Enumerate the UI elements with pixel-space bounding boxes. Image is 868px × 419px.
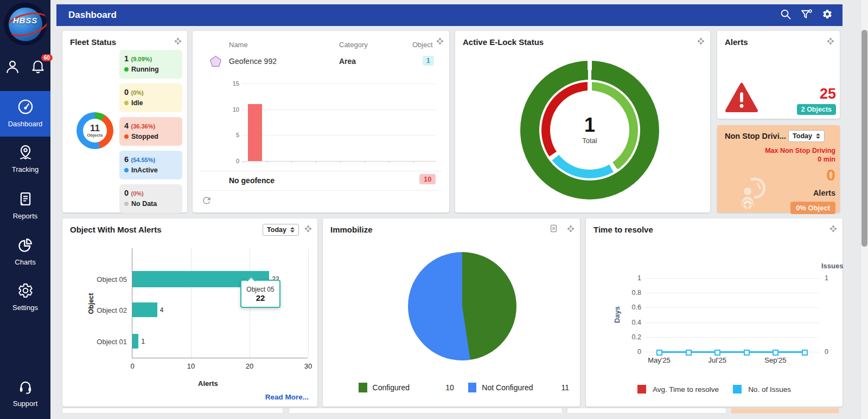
x-tick-label: Sep'25: [764, 356, 786, 364]
y-tick-label: 1: [637, 274, 641, 282]
read-more-link[interactable]: Read More...: [265, 393, 309, 401]
x-tick-label: 20: [246, 362, 253, 370]
document-icon: [17, 199, 34, 209]
notifications-bell-icon[interactable]: 60: [30, 59, 46, 76]
legend-value: 10: [427, 383, 454, 392]
status-count: 6: [124, 155, 129, 164]
period-select[interactable]: Today: [263, 224, 299, 236]
bar-object-01: [132, 334, 138, 349]
status-count: 0: [124, 88, 129, 96]
card-title: Immobilize: [330, 225, 373, 234]
status-tile-nodata: 0 (0%) No Data: [119, 184, 182, 213]
move-icon[interactable]: [174, 37, 182, 45]
sidebar-item-settings[interactable]: Settings: [0, 282, 50, 312]
fleet-status-card: Fleet Status 11 Objects 1 (9.09%) Runnin…: [62, 31, 187, 212]
move-icon[interactable]: [436, 37, 444, 45]
period-value: Today: [267, 226, 286, 234]
category-label: Object 05: [97, 275, 127, 283]
status-dot: [124, 101, 129, 105]
sidebar-item-support[interactable]: Support: [0, 378, 50, 408]
move-icon[interactable]: [827, 37, 834, 45]
legend-label: No. of Issues: [748, 385, 791, 394]
status-count: 1: [124, 54, 129, 63]
move-icon[interactable]: [829, 225, 837, 233]
logo-text: HBSS: [4, 16, 47, 25]
period-select[interactable]: Today: [788, 130, 825, 142]
line-marker: [656, 350, 662, 356]
sidebar-item-charts[interactable]: Charts: [0, 237, 50, 266]
note-icon[interactable]: [549, 224, 558, 235]
line-legend: Avg. Time to resolve No. of Issues: [586, 385, 843, 394]
legend-swatch-avg-time: [637, 385, 646, 394]
next-row-card-peek: [567, 408, 726, 413]
line-marker: [686, 350, 692, 356]
hbss-logo: HBSS: [4, 3, 47, 46]
sidebar-item-label: Support: [0, 399, 50, 408]
tooltip-value: 22: [256, 293, 265, 302]
y-tick-label: 0.4: [632, 319, 641, 326]
nonstop-alerts-label: Alerts: [765, 189, 835, 197]
y-tick-label: 10: [227, 106, 239, 113]
x-tick-label: 10: [187, 362, 195, 370]
geofence-name[interactable]: Geofence 992: [229, 57, 277, 66]
next-row-card-peek: [62, 408, 283, 413]
fleet-total-value: 11: [90, 124, 100, 133]
sidebar-item-label: Reports: [0, 212, 50, 220]
geofence-category: Area: [339, 57, 356, 66]
y-tick-label: 0.8: [632, 289, 641, 296]
chart-tooltip: Object 05 22: [240, 280, 280, 308]
x-tick-label: 0: [130, 362, 134, 370]
y-tick-label: 0: [227, 158, 239, 164]
tooltip-label: Object 05: [246, 286, 274, 293]
sidebar-item-tracking[interactable]: Tracking: [0, 144, 50, 173]
search-icon[interactable]: [780, 9, 792, 22]
move-icon[interactable]: [567, 225, 575, 235]
fleet-donut-chart: 11 Objects: [76, 112, 113, 149]
card-title: Object With Most Alerts: [70, 225, 162, 234]
legend-swatch-issues: [733, 385, 742, 394]
notification-count-badge: 60: [41, 54, 53, 61]
select-arrows-icon: [290, 227, 295, 233]
fleet-status-tiles: 1 (9.09%) Running 0 (0%) Idle 4 (36.36%)…: [119, 50, 182, 218]
headset-icon: [17, 387, 34, 396]
sidebar-item-label: Tracking: [0, 165, 50, 173]
left-axis-label: Days: [613, 306, 621, 323]
card-title: Time to resolve: [593, 225, 653, 234]
x-axis-ticks: [242, 161, 436, 163]
y-tick-label: 5: [227, 132, 239, 138]
move-icon[interactable]: [697, 37, 705, 45]
y-tick-label: 0.2: [632, 333, 641, 341]
period-value: Today: [793, 132, 812, 140]
scrollbar-thumb[interactable]: [861, 30, 867, 247]
x-tick-label: Jul'25: [708, 356, 726, 364]
gauge-icon: [17, 107, 34, 117]
fleet-total-label: Objects: [87, 133, 103, 138]
scrollbar-track[interactable]: [860, 0, 868, 419]
driver-time-icon: [740, 175, 768, 213]
alerts-count: 25: [820, 87, 836, 101]
x-axis-label: Alerts: [198, 379, 218, 388]
y-tick-label: 0.6: [632, 304, 641, 311]
refresh-icon[interactable]: [201, 195, 212, 208]
filter-settings-icon[interactable]: [801, 9, 813, 22]
next-row-card-peek: [289, 408, 562, 413]
legend-label: Not Configured: [482, 383, 542, 392]
x-tick-label: May'25: [648, 356, 671, 364]
page-title: Dashboard: [68, 10, 117, 21]
line-marker: [802, 350, 808, 356]
user-icon[interactable]: [4, 59, 21, 76]
gear-icon[interactable]: [822, 9, 833, 22]
sidebar-item-dashboard[interactable]: Dashboard: [0, 91, 50, 137]
legend-value: 11: [543, 383, 569, 392]
status-label: Running: [131, 66, 159, 73]
legend-swatch-not-configured: [468, 383, 477, 392]
status-dot: [124, 134, 129, 139]
card-title: Fleet Status: [70, 37, 116, 47]
status-pct: (9.09%): [131, 56, 152, 62]
sidebar-item-reports[interactable]: Reports: [0, 191, 50, 220]
elock-inner-ring: 1 Total: [541, 82, 638, 178]
sidebar-item-label: Settings: [0, 304, 50, 312]
status-tile-idle: 0 (0%) Idle: [119, 83, 182, 112]
move-icon[interactable]: [304, 225, 312, 233]
card-title: Alerts: [725, 37, 748, 47]
